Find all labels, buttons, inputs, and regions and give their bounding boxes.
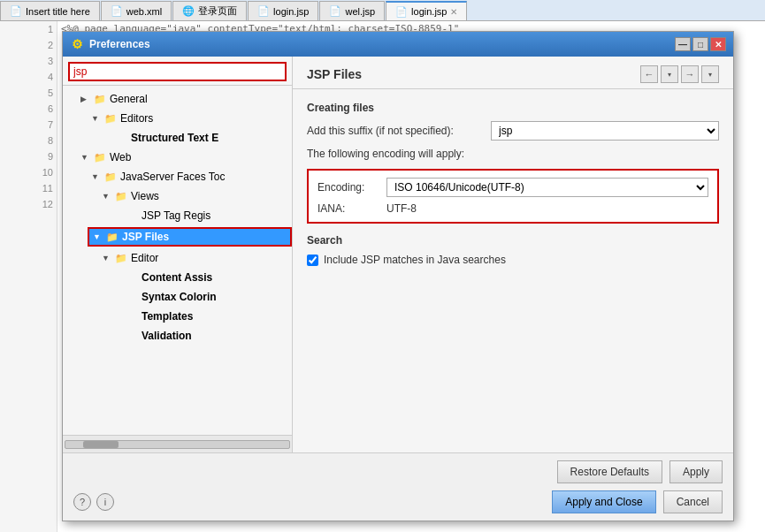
tree-arrow-general: ▶	[80, 95, 93, 103]
help-question-icon[interactable]: ?	[73, 493, 91, 511]
tree-label-syntax-coloring[interactable]: Syntax Colorin	[109, 289, 292, 305]
help-info-icon[interactable]: i	[96, 493, 114, 511]
tree-arrow-jsp-files: ▼	[93, 232, 105, 241]
nav-forward-dropdown-button[interactable]: ▾	[701, 65, 719, 83]
tree-label-jsp-tag[interactable]: JSP Tag Regis	[109, 208, 292, 224]
page-icon-templates	[125, 309, 139, 323]
encoding-group: Encoding: ISO 10646/Unicode(UTF-8) UTF-8…	[307, 169, 719, 224]
tree-text-web: Web	[110, 151, 288, 163]
preferences-search-input[interactable]	[68, 62, 287, 81]
tree-label-validation[interactable]: Validation	[109, 328, 292, 344]
tree-label-javaserver[interactable]: ▼ 📁 JavaServer Faces Toc	[88, 169, 292, 185]
tree-text-structured-text: Structured Text E	[131, 132, 288, 144]
tree-text-views: Views	[131, 190, 288, 202]
folder-icon-javaserver: 📁	[103, 170, 118, 184]
tree-item-web: ▼ 📁 Web	[63, 148, 292, 167]
preferences-tree: ▶ 📁 General ▼ 📁 Editors	[63, 86, 292, 435]
scrollbar-thumb[interactable]	[83, 441, 119, 448]
tree-arrow-web: ▼	[80, 153, 93, 162]
tree-label-editor[interactable]: ▼ 📁 Editor	[98, 250, 292, 266]
tree-item-jsp-tag: JSP Tag Regis	[63, 206, 292, 225]
panel-title: JSP Files	[307, 67, 362, 81]
page-icon-syntax-coloring	[125, 290, 139, 304]
sidebar-scrollbar[interactable]	[63, 435, 292, 452]
dialog-title-icon: ⚙	[70, 37, 84, 51]
cancel-button[interactable]: Cancel	[663, 490, 723, 513]
line-num-8: 8	[0, 133, 57, 148]
tab-insert-title[interactable]: 📄 Insert title here	[0, 1, 100, 20]
tab-close-icon[interactable]: ✕	[450, 7, 457, 17]
tree-item-validation: Validation	[63, 326, 292, 346]
encoding-select[interactable]: ISO 10646/Unicode(UTF-8) UTF-8 ISO-8859-…	[386, 178, 708, 197]
line-num-5: 5	[0, 85, 57, 101]
tree-arrow-editors: ▼	[91, 114, 103, 123]
tree-label-general[interactable]: ▶ 📁 General	[77, 91, 292, 107]
encoding-label: Encoding:	[317, 181, 379, 194]
help-icons-area: ? i	[73, 493, 114, 511]
line-num-12: 12	[0, 196, 57, 212]
tree-text-validation: Validation	[142, 330, 288, 342]
line-num-6: 6	[0, 101, 57, 117]
tree-label-structured-text[interactable]: Structured Text E	[98, 130, 292, 146]
tree-text-syntax-coloring: Syntax Colorin	[142, 291, 288, 303]
nav-back-dropdown-button[interactable]: ▾	[661, 65, 678, 83]
include-jsp-row: Include JSP matches in Java searches	[307, 254, 719, 266]
suffix-form-row: Add this suffix (if not specified): jsp	[307, 121, 719, 141]
restore-defaults-button[interactable]: Restore Defaults	[557, 460, 662, 483]
line-num-2: 2	[0, 37, 57, 53]
apply-close-button[interactable]: Apply and Close	[552, 490, 655, 513]
tree-label-views[interactable]: ▼ 📁 Views	[98, 188, 292, 204]
maximize-button[interactable]: □	[692, 37, 708, 51]
tab-icon: 📄	[257, 5, 270, 17]
tree-label-templates[interactable]: Templates	[109, 308, 292, 324]
encoding-form-row: Encoding: ISO 10646/Unicode(UTF-8) UTF-8…	[317, 178, 708, 197]
tree-text-editor: Editor	[131, 252, 288, 264]
page-icon-jsp-tag	[125, 209, 139, 223]
folder-icon-web: 📁	[93, 150, 107, 164]
line-num-11: 11	[0, 180, 57, 196]
tree-label-web[interactable]: ▼ 📁 Web	[77, 149, 292, 165]
tree-text-javaserver: JavaServer Faces Toc	[120, 171, 288, 183]
tree-item-views: ▼ 📁 Views	[63, 186, 292, 206]
tree-item-syntax-coloring: Syntax Colorin	[63, 287, 292, 307]
tab-icon: 📄	[10, 5, 22, 17]
minimize-button[interactable]: —	[675, 37, 691, 51]
footer-bottom-row: ? i Apply and Close Cancel	[63, 487, 733, 521]
tree-label-content-assist[interactable]: Content Assis	[109, 270, 292, 285]
iana-row: IANA: UTF-8	[317, 202, 708, 215]
line-numbers-gutter: 1 2 3 4 5 6 7 8 9 10 11 12	[0, 21, 57, 532]
folder-icon-editors: 📁	[103, 111, 118, 125]
preferences-dialog: ⚙ Preferences — □ ✕ ▶ 📁 General	[62, 31, 734, 521]
tree-item-templates: Templates	[63, 307, 292, 326]
folder-icon-views: 📁	[114, 189, 128, 203]
line-num-1: 1	[0, 21, 57, 37]
scrollbar-track[interactable]	[65, 440, 290, 449]
line-num-9: 9	[0, 148, 57, 164]
suffix-select[interactable]: jsp	[491, 121, 719, 141]
tab-icon: 📄	[395, 6, 408, 18]
page-icon-structured-text	[114, 131, 128, 145]
tab-web-xml[interactable]: 📄 web.xml	[101, 1, 172, 20]
close-dialog-button[interactable]: ✕	[710, 37, 726, 51]
encoding-section-label: The following encoding will apply:	[307, 148, 719, 160]
tree-item-editors: ▼ 📁 Editors	[63, 109, 292, 128]
tab-login-jsp-active[interactable]: 📄 login.jsp ✕	[386, 1, 467, 20]
line-num-4: 4	[0, 69, 57, 85]
include-jsp-checkbox[interactable]	[307, 255, 318, 266]
title-bar-buttons: — □ ✕	[675, 37, 726, 51]
tab-login-page-cn[interactable]: 🌐 登录页面	[172, 1, 247, 20]
preferences-right-panel: JSP Files ← ▾ → ▾ Creating files Add thi…	[293, 57, 733, 452]
tab-wel-jsp[interactable]: 📄 wel.jsp	[319, 1, 385, 20]
apply-button[interactable]: Apply	[669, 460, 723, 483]
dialog-footer: Restore Defaults Apply ? i Apply and Clo…	[63, 452, 733, 521]
tree-text-content-assist: Content Assis	[142, 271, 288, 284]
nav-back-button[interactable]: ←	[640, 65, 658, 83]
dialog-title-bar: ⚙ Preferences — □ ✕	[63, 32, 733, 57]
folder-icon-editor: 📁	[114, 251, 128, 265]
tree-label-jsp-files[interactable]: ▼ 📁 JSP Files	[88, 227, 292, 247]
tab-login-jsp-1[interactable]: 📄 login.jsp	[248, 1, 318, 20]
tree-label-editors[interactable]: ▼ 📁 Editors	[88, 110, 292, 126]
tree-text-jsp-files: JSP Files	[122, 231, 287, 243]
line-num-10: 10	[0, 164, 57, 180]
nav-forward-button[interactable]: →	[681, 65, 699, 83]
